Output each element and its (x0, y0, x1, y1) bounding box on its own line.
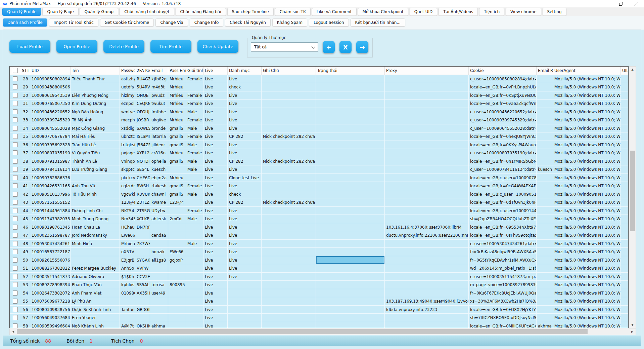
cell-live[interactable]: Live (203, 157, 228, 166)
cell-proxy[interactable] (385, 281, 469, 289)
cell-passem[interactable]: gcJoxP (168, 256, 186, 265)
cell-emailr[interactable] (537, 248, 553, 256)
cell-trangthai[interactable] (316, 215, 385, 223)
cell-stt[interactable]: 40 (21, 174, 30, 182)
cell-ten[interactable]: Tô Mỹ Ánh (71, 116, 120, 124)
cell-useragent[interactable]: Mozilla/5.0 (Windows NT 10.0; Win (553, 273, 621, 281)
cell-useragent[interactable]: Mozilla/5.0 (Windows NT 10.0; Win (553, 223, 621, 232)
cell-uid[interactable]: 100090784116134 (30, 165, 71, 174)
cell-danhmuc[interactable]: CP 282 (228, 157, 262, 166)
cell-uidt[interactable] (621, 108, 629, 116)
cell-passem[interactable]: gmailS (168, 124, 186, 133)
row-checkbox-box[interactable] (13, 282, 18, 287)
column-header-password[interactable]: Passwoi (120, 67, 135, 75)
cell-useragent[interactable]: Mozilla/5.0 (Windows NT 10.0; Win (553, 75, 621, 83)
cell-passem[interactable]: 123@4 (168, 198, 186, 207)
row-checkbox-box[interactable] (13, 323, 18, 328)
cell-trangthai[interactable] (316, 273, 385, 281)
cell-email[interactable] (150, 306, 168, 314)
row-checkbox[interactable] (10, 157, 21, 166)
cell-ghichu[interactable] (262, 240, 316, 248)
row-checkbox-box[interactable] (13, 290, 18, 296)
cell-uidt[interactable] (621, 141, 629, 149)
cell-useragent[interactable]: Mozilla/5.0 (Windows NT 10.0; Win (553, 314, 621, 322)
cell-gender[interactable] (186, 198, 203, 207)
cell-gender[interactable]: Male (186, 240, 203, 248)
column-header-emailr[interactable]: Email R (537, 67, 553, 75)
cell-ten[interactable]: Ngô Khánh Linh (71, 322, 120, 328)
cell-proxy[interactable] (385, 100, 469, 108)
cell-danhmuc[interactable]: Live (228, 264, 262, 273)
cell-useragent[interactable]: Mozilla/5.0 (Windows NT 10.0; Win (553, 264, 621, 273)
cell-password[interactable] (120, 297, 135, 306)
cell-stt[interactable]: 44 (21, 207, 30, 215)
cell-ten[interactable]: Trần Hữu Lễ (71, 141, 120, 149)
cell-trangthai[interactable] (316, 289, 385, 298)
cell-fa2[interactable]: RWSH (135, 182, 150, 190)
cell-email[interactable]: kuesch (150, 165, 168, 174)
cell-proxy[interactable]: 103.161.16.4:37060:user37060:llbrM (385, 223, 469, 232)
cell-stt[interactable]: 33 (21, 116, 30, 124)
cell-proxy[interactable] (385, 289, 469, 298)
cell-live[interactable]: Live (203, 207, 228, 215)
cell-gender[interactable] (186, 281, 203, 289)
row-checkbox[interactable] (10, 132, 21, 141)
sub-tab-get-cookie-t-chrome[interactable]: Get Cookie từ Chrome (100, 18, 154, 27)
cell-gender[interactable] (186, 264, 203, 273)
cell-uidt[interactable] (621, 149, 629, 157)
cell-passem[interactable]: gmailS (168, 141, 186, 149)
scroll-down-icon[interactable]: ▼ (629, 322, 636, 328)
row-checkbox[interactable] (10, 165, 21, 174)
row-checkbox-box[interactable] (13, 200, 18, 205)
cell-emailr[interactable] (537, 207, 553, 215)
cell-uid[interactable]: 100092615556076 (30, 256, 71, 265)
cell-stt[interactable]: 56 (21, 306, 30, 314)
cell-fa2[interactable]: XYRL2I (135, 149, 150, 157)
cell-cookie[interactable]: sb=j2guZBR4HO4OCQUuhZTcXET8 (469, 215, 537, 223)
cell-live[interactable]: Live (203, 174, 228, 182)
cell-uid[interactable]: 100090770676784 (30, 132, 71, 141)
cell-live[interactable]: Live (203, 314, 228, 322)
cell-danhmuc[interactable]: Live (228, 116, 262, 124)
cell-ten[interactable] (71, 248, 120, 256)
cell-ghichu[interactable] (262, 256, 316, 265)
cell-danhmuc[interactable]: CP 282 (228, 132, 262, 141)
cell-emailr[interactable] (537, 75, 553, 83)
cell-danhmuc[interactable] (228, 314, 262, 322)
cell-useragent[interactable]: Mozilla/5.0 (Windows NT 10.0; Win (553, 322, 621, 328)
cell-cookie[interactable]: c_user=100003511541873;m_page_ (469, 273, 537, 281)
cell-uid[interactable]: 100026473382072 (30, 289, 71, 298)
cell-stt[interactable]: 51 (21, 264, 30, 273)
cell-live[interactable]: Live (203, 124, 228, 133)
cell-email[interactable]: bronde (150, 124, 168, 133)
row-checkbox[interactable] (10, 141, 21, 149)
cell-fa2[interactable]: Z3TLZ (135, 198, 150, 207)
cell-trangthai[interactable] (316, 75, 385, 83)
cell-ghichu[interactable]: Nick checkpoint 282 chưa mở (262, 157, 316, 166)
main-tab-qu-n-l-profile[interactable]: Quản lý Profile (2, 8, 41, 16)
column-header-ghichu[interactable]: Ghi Chú (262, 67, 316, 75)
cell-emailr[interactable] (537, 289, 553, 298)
cell-fa2[interactable]: CCV3E (135, 273, 150, 281)
cell-ghichu[interactable] (262, 141, 316, 149)
cell-fa2[interactable]: QNQE (135, 91, 150, 100)
cell-live[interactable]: Live (203, 264, 228, 273)
row-checkbox[interactable] (10, 190, 21, 199)
cell-emailr[interactable] (537, 91, 553, 100)
cell-email[interactable]: latorria (150, 132, 168, 141)
cell-live[interactable]: Live (203, 281, 228, 289)
cell-password[interactable]: A@!7t (120, 322, 135, 328)
cell-live[interactable]: Live (203, 297, 228, 306)
row-checkbox[interactable] (10, 289, 21, 298)
cell-stt[interactable]: 31 (21, 100, 30, 108)
cell-passem[interactable]: Mrhieu (168, 174, 186, 182)
cell-emailr[interactable] (537, 190, 553, 199)
cell-danhmuc[interactable]: Clone test Live (228, 174, 262, 182)
cell-password[interactable]: EWe66 (120, 231, 135, 240)
cell-live[interactable]: Live (203, 248, 228, 256)
cell-useragent[interactable]: Mozilla/5.0 (Windows NT 10.0; Win (553, 108, 621, 116)
cell-stt[interactable]: 36 (21, 141, 30, 149)
cell-danhmuc[interactable] (228, 289, 262, 298)
cell-proxy[interactable] (385, 124, 469, 133)
column-header-uidt[interactable]: UID T (621, 67, 629, 75)
